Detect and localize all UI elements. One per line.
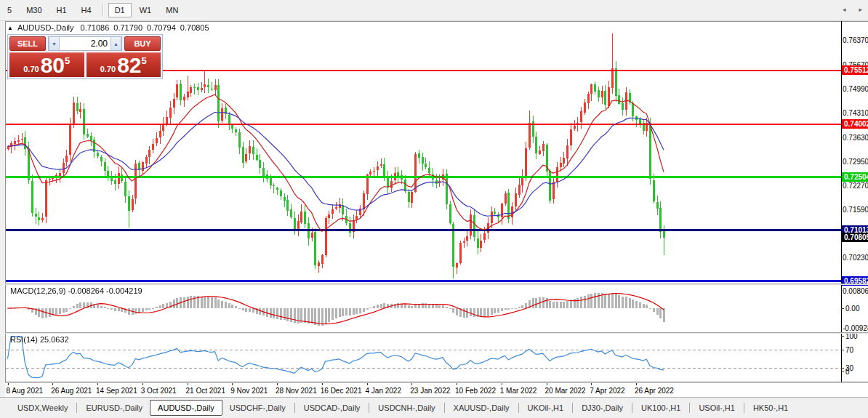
timeframe-button-w1[interactable]: W1 (133, 3, 158, 17)
buy-price-box[interactable]: 0.70 82 5 (87, 52, 161, 77)
timeframe-button-m30[interactable]: M30 (20, 3, 48, 17)
date-tick-mark (457, 383, 457, 385)
tab-usoil-h1[interactable]: USOil-,H1 (691, 400, 742, 416)
sell-price-prefix: 0.70 (23, 65, 39, 73)
price-tick: 0.74310 (841, 109, 868, 118)
date-tick-mark (97, 383, 98, 385)
sell-price-box[interactable]: 0.70 80 5 (9, 52, 84, 77)
price-badge: 0.75512 (842, 65, 868, 75)
date-tick-mark (52, 383, 53, 385)
price-tick: 0.74990 (841, 85, 868, 94)
rsi-tick-label: 70 (845, 346, 853, 354)
price-tick: 0.72270 (841, 181, 868, 190)
price-tick: 0.73630 (841, 133, 868, 142)
date-label: 14 Sep 2021 (96, 387, 137, 395)
tab-uk100-h1[interactable]: UK100-,H1 (634, 400, 688, 416)
price-tick: 0.71590 (841, 206, 868, 214)
timeframe-button-5[interactable]: 5 (1, 3, 18, 17)
timeframe-toolbar: 5M30H1H4D1W1MN (0, 0, 868, 21)
rsi-panel-canvas[interactable] (6, 334, 841, 382)
buy-price-main: 82 (117, 56, 141, 75)
tab-separator (294, 403, 295, 413)
date-tick-mark (547, 383, 547, 385)
buy-button[interactable]: BUY (124, 36, 161, 51)
volume-spinner: ▼ 2.00 ▲ (48, 36, 122, 51)
price-tick: 0.70230 (841, 254, 868, 262)
sell-price-main: 80 (41, 56, 65, 75)
macd-axis-tick: 0.008061 (841, 286, 868, 295)
date-tick-mark (591, 383, 592, 385)
macd-tick-label: 0.008061 (843, 287, 868, 295)
timeframe-button-d1[interactable]: D1 (108, 3, 132, 17)
tab-audusd-daily[interactable]: AUDUSD-,Daily (150, 400, 222, 416)
tab-ukoil-h1[interactable]: UKOil-,H1 (521, 400, 571, 416)
rsi-tick-dash (841, 336, 844, 337)
date-tick-mark (367, 383, 368, 385)
tab-scroll-right-icon[interactable]: ▸ (859, 6, 862, 13)
rsi-label: RSI(14) 25.0632 (10, 335, 69, 344)
date-axis[interactable]: 8 Aug 202126 Aug 202114 Sep 20213 Oct 20… (5, 383, 868, 397)
date-label: 26 Apr 2022 (635, 387, 674, 395)
timeframe-button-h1[interactable]: H1 (50, 3, 73, 17)
date-label: 7 Apr 2022 (590, 387, 624, 395)
ohlc-close: 0.70805 (180, 23, 209, 32)
date-label: 21 Oct 2021 (186, 387, 225, 395)
tab-eurusd-daily[interactable]: EURUSD-,Daily (79, 400, 150, 416)
chart-title: ▲ AUDUSD-,Daily 0.71086 0.71790 0.70794 … (7, 23, 214, 32)
price-tick-label: 0.72950 (843, 158, 868, 166)
tab-separator (744, 403, 744, 413)
symbol-tab-bar: USDX,WeeklyEURUSD-,DailyAUDUSD-,DailyUSD… (0, 397, 868, 418)
macd-label: MACD(12,26,9) -0.008264 -0.004219 (10, 286, 142, 295)
tab-usdx-weekly[interactable]: USDX,Weekly (10, 400, 75, 416)
tab-separator (518, 403, 519, 413)
timeframe-button-h4[interactable]: H4 (75, 3, 98, 17)
date-label: 9 Nov 2021 (230, 387, 268, 395)
date-label: 4 Jan 2022 (366, 387, 402, 395)
tab-separator (632, 403, 632, 413)
tab-usdcnh-daily[interactable]: USDCNH-,Daily (371, 400, 442, 416)
collapse-icon[interactable]: ▲ (7, 25, 13, 31)
ohlc-low: 0.70794 (147, 23, 176, 32)
one-click-trading-widget: SELL ▼ 2.00 ▲ BUY 0.70 80 5 0.70 82 5 (7, 34, 163, 79)
date-tick-mark (8, 383, 9, 385)
tab-dj30-daily[interactable]: DJ30-,Daily (574, 400, 630, 416)
price-tick-label: 0.70230 (843, 254, 868, 262)
volume-increase-button[interactable]: ▲ (110, 37, 121, 50)
date-label: 23 Jan 2022 (410, 387, 450, 395)
sell-price-pipette: 5 (65, 55, 70, 66)
price-badge: 0.74002 (842, 119, 868, 129)
tab-scroll-left-icon[interactable]: ◂ (843, 6, 846, 13)
date-label: 1 Mar 2022 (500, 387, 537, 395)
timeframe-button-mn[interactable]: MN (159, 3, 185, 17)
toolbar-separator (103, 4, 104, 17)
tab-usdchf-daily[interactable]: USDCHF-,Daily (222, 400, 293, 416)
volume-input[interactable]: 2.00 (60, 37, 110, 50)
date-tick-mark (322, 383, 323, 385)
tab-hk50-h1[interactable]: HK50-,H1 (746, 400, 795, 416)
tab-usdcad-daily[interactable]: USDCAD-,Daily (297, 400, 368, 416)
date-label: 8 Aug 2021 (7, 387, 44, 395)
date-label: 16 Dec 2021 (321, 387, 362, 395)
tab-separator (444, 403, 445, 413)
price-tick-label: 0.76370 (843, 36, 868, 44)
buy-price-prefix: 0.70 (100, 65, 116, 73)
ohlc-open: 0.71086 (81, 23, 110, 32)
sell-button[interactable]: SELL (9, 36, 46, 51)
price-tick: 0.76370 (841, 36, 868, 44)
date-tick-mark (636, 383, 637, 385)
price-tick-label: 0.73630 (843, 134, 868, 142)
date-tick-mark (188, 383, 188, 385)
date-label: 28 Nov 2021 (276, 387, 317, 395)
price-macd-separator[interactable] (5, 284, 868, 285)
macd-rsi-separator[interactable] (5, 332, 868, 334)
date-tick-mark (502, 383, 502, 385)
rsi-tick-dash (841, 371, 844, 372)
volume-decrease-button[interactable]: ▼ (49, 37, 60, 50)
rsi-axis-tick: 70 (841, 345, 868, 354)
date-label: 10 Feb 2022 (455, 387, 496, 395)
tab-separator (76, 403, 77, 413)
price-tick: 0.72950 (841, 157, 868, 166)
tab-separator (572, 403, 573, 413)
date-label: 3 Oct 2021 (141, 387, 177, 395)
tab-xauusd-daily[interactable]: XAUUSD-,Daily (446, 400, 517, 416)
